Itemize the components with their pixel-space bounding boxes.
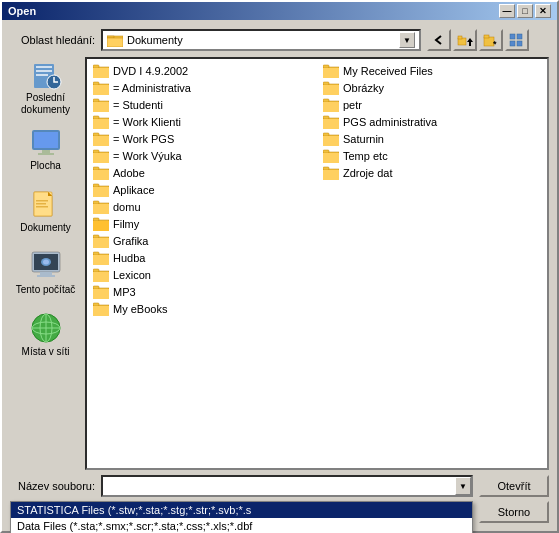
svg-rect-97 — [323, 150, 329, 153]
sidebar-recent-label: Poslední dokumenty — [13, 92, 78, 116]
action-buttons: Otevřít Storno — [479, 475, 549, 523]
sidebar-computer-label: Tento počítač — [16, 284, 75, 296]
svg-rect-88 — [323, 99, 329, 102]
folder-icon — [93, 234, 109, 248]
folder-icon — [93, 149, 109, 163]
svg-rect-18 — [34, 132, 58, 148]
svg-rect-62 — [93, 204, 109, 214]
list-item[interactable]: MP3 — [91, 284, 313, 300]
folder-icon — [323, 115, 339, 129]
svg-rect-22 — [36, 200, 48, 202]
list-item[interactable]: Lexicon — [91, 267, 313, 283]
sidebar-item-desktop[interactable]: Plocha — [10, 119, 81, 179]
sidebar-item-recent[interactable]: Poslední dokumenty — [10, 57, 81, 117]
folder-icon — [93, 217, 109, 231]
open-button[interactable]: Otevřít — [479, 475, 549, 497]
list-item[interactable]: = Work Klienti — [91, 114, 313, 130]
list-item[interactable]: Grafika — [91, 233, 313, 249]
svg-rect-101 — [323, 170, 339, 180]
list-item[interactable]: Hudba — [91, 250, 313, 266]
svg-rect-53 — [93, 153, 109, 163]
list-item[interactable]: PGS administrativa — [321, 114, 543, 130]
filetype-row: Soubory typu: STATISTICA Files (*.stw;*.… — [10, 501, 473, 523]
row-with-buttons: Název souboru: ▼ Soubory typu: STATISTIC… — [10, 475, 549, 523]
list-item[interactable]: Adobe — [91, 165, 313, 181]
network-icon — [30, 312, 62, 344]
sidebar-network-label: Místa v síti — [22, 346, 70, 358]
folder-icon — [93, 302, 109, 316]
list-item[interactable]: = Work Výuka — [91, 148, 313, 164]
list-item[interactable]: = Administrativa — [91, 80, 313, 96]
filetype-dropdown[interactable]: STATISTICA Files (*.stw;*.sta;*.stg;*.st… — [10, 501, 473, 533]
svg-rect-47 — [93, 119, 109, 129]
list-item[interactable]: = Work PGS — [91, 131, 313, 147]
sidebar-item-network[interactable]: Místa v síti — [10, 305, 81, 365]
list-item[interactable]: Filmy — [91, 216, 313, 232]
svg-point-30 — [43, 260, 49, 265]
svg-rect-44 — [93, 102, 109, 112]
svg-rect-70 — [93, 252, 99, 255]
svg-rect-28 — [37, 275, 55, 277]
list-item[interactable]: domu — [91, 199, 313, 215]
list-item[interactable]: Obrázky — [321, 80, 543, 96]
dropdown-item[interactable]: STATISTICA Files (*.stw;*.sta;*.stg;*.st… — [11, 502, 472, 518]
svg-rect-58 — [93, 184, 99, 187]
svg-rect-85 — [323, 82, 329, 85]
svg-rect-11 — [517, 41, 522, 46]
sidebar-item-computer[interactable]: Tento počítač — [10, 243, 81, 303]
list-item[interactable]: DVD I 4.9.2002 — [91, 63, 313, 79]
look-in-combo-inner: Dokumenty — [107, 33, 399, 47]
maximize-button[interactable]: □ — [517, 4, 533, 18]
folder-icon — [93, 166, 109, 180]
svg-rect-64 — [93, 218, 99, 221]
list-item[interactable]: My Received Files — [321, 63, 543, 79]
svg-rect-92 — [323, 119, 339, 129]
new-folder-button[interactable]: * — [479, 29, 503, 51]
sidebar-desktop-label: Plocha — [30, 160, 61, 172]
back-button[interactable] — [427, 29, 451, 51]
close-button[interactable]: ✕ — [535, 4, 551, 18]
filename-input[interactable]: ▼ — [101, 475, 473, 497]
folder-icon — [93, 115, 109, 129]
filename-arrow[interactable]: ▼ — [455, 477, 471, 495]
file-column-right: My Received Files Obrázky petr PGS admin… — [317, 59, 547, 468]
svg-rect-37 — [93, 65, 99, 68]
list-item[interactable]: Aplikace — [91, 182, 313, 198]
sidebar-item-documents[interactable]: Dokumenty — [10, 181, 81, 241]
minimize-button[interactable]: — — [499, 4, 515, 18]
list-item[interactable]: Zdroje dat — [321, 165, 543, 181]
svg-rect-43 — [93, 99, 99, 102]
list-item[interactable]: Saturnin — [321, 131, 543, 147]
list-item[interactable]: My eBooks — [91, 301, 313, 317]
list-item[interactable]: petr — [321, 97, 543, 113]
desktop-icon — [30, 126, 62, 158]
list-item[interactable]: Temp etc — [321, 148, 543, 164]
look-in-arrow[interactable]: ▼ — [399, 32, 415, 48]
folder-icon — [323, 149, 339, 163]
views-button[interactable] — [505, 29, 529, 51]
sidebar-documents-label: Dokumenty — [20, 222, 71, 234]
open-dialog: Open — □ ✕ Oblast hledání: Dokumenty — [0, 0, 559, 533]
look-in-combo[interactable]: Dokumenty ▼ — [101, 29, 421, 51]
svg-rect-98 — [323, 153, 339, 163]
up-folder-button[interactable] — [453, 29, 477, 51]
svg-rect-49 — [93, 133, 99, 136]
svg-rect-20 — [38, 153, 54, 155]
file-pane[interactable]: DVD I 4.9.2002 = Administrativa = Studen… — [85, 57, 549, 470]
svg-rect-76 — [93, 286, 99, 289]
look-in-label: Oblast hledání: — [10, 34, 95, 46]
svg-rect-52 — [93, 150, 99, 153]
dropdown-item[interactable]: Data Files (*.sta;*.smx;*.scr;*.sta;*.cs… — [11, 518, 472, 533]
svg-rect-15 — [36, 74, 48, 76]
svg-rect-14 — [36, 70, 52, 72]
folder-icon — [93, 285, 109, 299]
list-item[interactable]: = Studenti — [91, 97, 313, 113]
window-title: Open — [8, 5, 36, 17]
folder-icon — [93, 64, 109, 78]
svg-rect-38 — [93, 68, 109, 78]
svg-rect-46 — [93, 116, 99, 119]
folder-icon — [93, 183, 109, 197]
recent-icon — [30, 58, 62, 90]
cancel-button[interactable]: Storno — [479, 501, 549, 523]
svg-rect-24 — [36, 206, 48, 208]
